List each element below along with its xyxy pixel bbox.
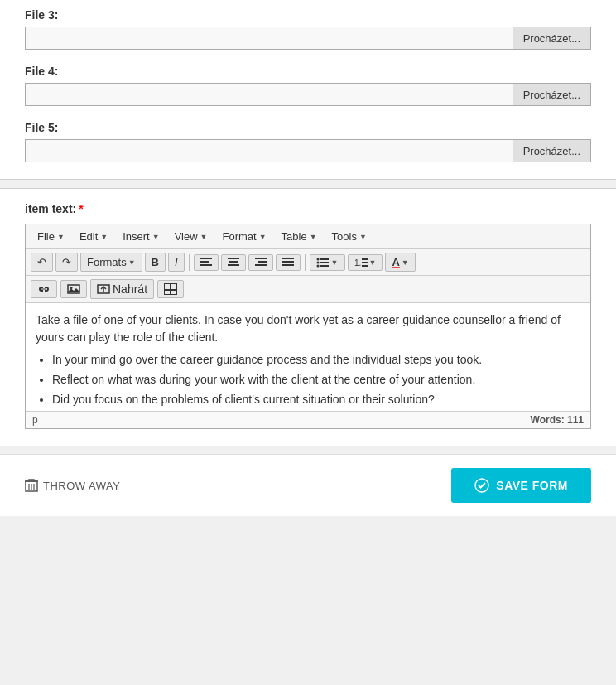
footer-bar: THROW AWAY SAVE FORM <box>0 454 616 516</box>
save-form-label: SAVE FORM <box>496 479 568 492</box>
editor-container: File ▼ Edit ▼ Insert ▼ View ▼ Format ▼ <box>25 224 591 429</box>
file3-browse-button[interactable]: Procházet... <box>513 27 590 49</box>
svg-rect-15 <box>320 262 329 263</box>
link-icon <box>37 283 51 295</box>
file-menu-chevron: ▼ <box>57 233 65 241</box>
menu-table[interactable]: Table ▼ <box>275 228 324 245</box>
checkmark-circle-icon <box>474 478 489 493</box>
file4-label: File 4: <box>25 65 591 78</box>
svg-rect-10 <box>282 261 294 263</box>
page-container: File 3: Procházet... File 4: Procházet..… <box>0 0 616 685</box>
menu-edit[interactable]: Edit ▼ <box>73 228 114 245</box>
file5-group: File 5: Procházet... <box>25 121 591 162</box>
embed-button[interactable] <box>157 280 184 298</box>
svg-rect-7 <box>258 261 267 263</box>
align-center-button[interactable] <box>221 254 246 271</box>
svg-rect-28 <box>165 291 171 295</box>
item-text-label-text: item text: <box>25 202 76 215</box>
format-menu-chevron: ▼ <box>259 233 267 241</box>
menu-view[interactable]: View ▼ <box>168 228 214 245</box>
editor-toolbar-1: ↶ ↷ Formats ▼ B I <box>26 249 590 276</box>
formats-dropdown[interactable]: Formats ▼ <box>80 253 142 272</box>
image-icon <box>67 283 80 295</box>
embed-icon <box>164 283 177 295</box>
align-justify-icon <box>282 258 294 268</box>
svg-rect-22 <box>41 289 46 290</box>
align-center-icon <box>228 258 239 268</box>
link-button[interactable] <box>31 280 57 298</box>
undo-button[interactable]: ↶ <box>31 253 53 272</box>
file3-group: File 3: Procházet... <box>25 8 591 50</box>
file5-input[interactable] <box>26 140 513 162</box>
svg-rect-19 <box>362 258 368 260</box>
edit-menu-chevron: ▼ <box>100 233 108 241</box>
svg-text:1.: 1. <box>354 258 361 268</box>
upload-button[interactable]: Nahrát <box>90 279 154 299</box>
svg-point-12 <box>316 258 319 260</box>
svg-rect-4 <box>229 261 238 263</box>
menu-file[interactable]: File ▼ <box>31 228 71 245</box>
align-left-icon <box>200 258 212 268</box>
separator-2 <box>305 254 306 271</box>
file5-input-row: Procházet... <box>25 139 591 162</box>
required-marker: * <box>79 202 83 215</box>
bullet-list-button[interactable]: ▼ <box>310 254 345 271</box>
file4-group: File 4: Procházet... <box>25 65 591 106</box>
tools-menu-chevron: ▼ <box>359 233 367 241</box>
svg-rect-17 <box>320 265 329 267</box>
svg-rect-13 <box>320 258 329 260</box>
bottom-section: item text:* File ▼ Edit ▼ Insert ▼ View <box>0 188 616 446</box>
word-count: Words: 111 <box>531 414 584 426</box>
throw-away-button[interactable]: THROW AWAY <box>25 478 120 493</box>
file5-label: File 5: <box>25 121 591 134</box>
font-color-button[interactable]: A ▼ <box>385 253 415 272</box>
bullet-list-icon <box>316 258 330 268</box>
file4-browse-button[interactable]: Procházet... <box>513 84 590 105</box>
align-justify-button[interactable] <box>276 254 301 271</box>
menu-format[interactable]: Format ▼ <box>216 228 273 245</box>
formats-chevron: ▼ <box>128 258 136 267</box>
italic-button[interactable]: I <box>168 253 185 272</box>
number-list-icon: 1. <box>354 258 368 268</box>
svg-rect-1 <box>200 261 209 263</box>
item-text-label-row: item text:* <box>25 202 591 215</box>
file3-label: File 3: <box>25 8 591 22</box>
svg-point-16 <box>316 264 319 267</box>
separator-1 <box>189 254 190 271</box>
align-left-button[interactable] <box>194 254 219 271</box>
svg-rect-11 <box>282 264 294 266</box>
svg-rect-3 <box>228 258 239 259</box>
throw-away-label: THROW AWAY <box>43 480 120 492</box>
file3-input[interactable] <box>26 27 513 49</box>
svg-rect-29 <box>171 291 177 295</box>
upload-label: Nahrát <box>113 282 147 296</box>
align-right-icon <box>255 258 267 268</box>
insert-menu-chevron: ▼ <box>152 233 160 241</box>
bold-button[interactable]: B <box>145 253 166 272</box>
editor-menubar: File ▼ Edit ▼ Insert ▼ View ▼ Format ▼ <box>26 224 590 249</box>
file5-browse-button[interactable]: Procházet... <box>513 140 590 162</box>
svg-rect-8 <box>255 264 267 266</box>
svg-rect-21 <box>362 265 368 267</box>
svg-rect-27 <box>171 284 177 290</box>
file3-input-row: Procházet... <box>25 27 591 50</box>
svg-rect-0 <box>200 258 212 259</box>
file4-input-row: Procházet... <box>25 83 591 106</box>
editor-content-area[interactable]: Take a file of one of your clients. In c… <box>26 303 590 411</box>
view-menu-chevron: ▼ <box>200 233 208 241</box>
image-button[interactable] <box>60 280 87 298</box>
redo-button[interactable]: ↷ <box>55 253 78 272</box>
align-right-button[interactable] <box>248 254 273 271</box>
svg-rect-26 <box>165 284 171 290</box>
table-menu-chevron: ▼ <box>310 233 317 241</box>
menu-insert[interactable]: Insert ▼ <box>116 228 166 245</box>
file4-input[interactable] <box>26 84 513 105</box>
svg-rect-9 <box>282 258 294 259</box>
current-element: p <box>32 414 38 426</box>
svg-rect-6 <box>255 258 267 259</box>
svg-rect-2 <box>200 264 212 266</box>
number-list-button[interactable]: 1. ▼ <box>348 254 383 271</box>
menu-tools[interactable]: Tools ▼ <box>325 228 373 245</box>
editor-intro-text: Take a file of one of your clients. In c… <box>36 311 580 346</box>
save-form-button[interactable]: SAVE FORM <box>451 468 591 503</box>
